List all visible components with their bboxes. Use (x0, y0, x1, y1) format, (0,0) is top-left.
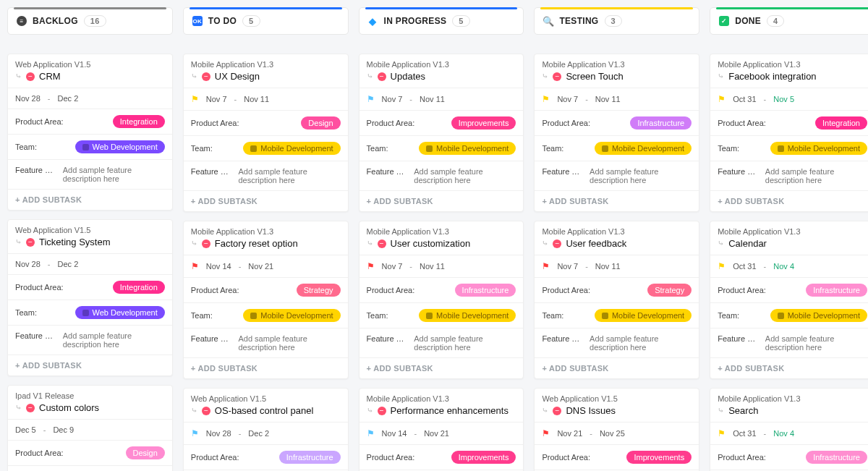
team-pill[interactable]: Mobile Development (595, 142, 692, 155)
team-pill[interactable]: Web Development (75, 140, 165, 153)
pill-text: Integration (822, 119, 860, 127)
branch-icon: ⤷ (718, 72, 724, 81)
card[interactable]: Mobile Application V1.3⤷−Factory reset o… (183, 221, 349, 379)
team-pill[interactable]: Mobile Development (243, 309, 340, 322)
team-pill[interactable]: Mobile Development (770, 142, 867, 155)
card[interactable]: Mobile Application V1.3⤷−Performance enh… (359, 388, 524, 471)
product-area-label: Product Area: (542, 453, 590, 462)
feature-value: Add sample feature description here (238, 167, 340, 184)
column-header[interactable]: ≡BACKLOG16 (7, 7, 173, 35)
start-date: Nov 7 (557, 95, 578, 103)
add-subtask-button[interactable]: + ADD SUBTASK (191, 364, 341, 373)
product-area-pill[interactable]: Improvements (451, 116, 516, 130)
feature-value: Add sample feature description here (414, 334, 516, 352)
card[interactable]: Mobile Application V1.3⤷Facebook integra… (710, 54, 868, 212)
product-area-pill[interactable]: Strategy (647, 284, 692, 297)
product-area-label: Product Area: (718, 453, 766, 462)
product-area-pill[interactable]: Improvements (626, 451, 692, 464)
product-area-pill[interactable]: Infrastructure (279, 451, 341, 464)
card[interactable]: Mobile Application V1.3⤷−Screen Touch⚑No… (534, 54, 699, 212)
card[interactable]: Web Application V1.5⤷−DNS Issues⚑Nov 21-… (534, 388, 699, 471)
date-separator: - (239, 262, 242, 271)
product-area-pill[interactable]: Infrastructure (806, 284, 867, 297)
add-subtask-button[interactable]: + ADD SUBTASK (15, 361, 165, 370)
product-area-pill[interactable]: Design (126, 446, 165, 459)
start-date: Nov 14 (206, 262, 231, 271)
add-subtask-button[interactable]: + ADD SUBTASK (367, 364, 516, 373)
team-dot-icon (82, 310, 89, 316)
add-subtask-button[interactable]: + ADD SUBTASK (718, 364, 867, 373)
card-title: UX Design (215, 71, 260, 82)
card[interactable]: Web Application V1.5⤷−OS-based control p… (183, 388, 349, 471)
flag-icon: ⚑ (718, 261, 726, 271)
column-title: TO DO (208, 16, 237, 26)
card[interactable]: Ipad V1 Release⤷−Custom colorsDec 5-Dec … (7, 385, 173, 471)
date-separator: - (590, 429, 592, 438)
product-area-pill[interactable]: Design (301, 116, 340, 130)
team-dot-icon (778, 313, 784, 319)
epic-label: Web Application V1.5 (542, 394, 692, 403)
product-area-pill[interactable]: Improvements (451, 451, 516, 464)
column-header[interactable]: ◆IN PROGRESS5 (359, 7, 524, 35)
end-date: Nov 11 (595, 262, 621, 271)
team-pill[interactable]: Mobile Development (770, 309, 867, 322)
count-badge: 4 (767, 15, 784, 27)
priority-icon: − (378, 239, 386, 248)
team-dot-icon (426, 145, 433, 152)
card[interactable]: Web Application V1.5⤷−CRMNov 28-Dec 2Pro… (7, 54, 173, 211)
flag-icon: ⚑ (542, 428, 550, 438)
team-dot-icon (602, 313, 608, 319)
team-pill[interactable]: Mobile Development (419, 142, 516, 155)
pill-text: Integration (120, 283, 158, 292)
pill-text: Design (133, 449, 158, 457)
feature-value: Add sample feature description here (238, 334, 340, 352)
team-pill[interactable]: Web Development (75, 306, 165, 319)
progress-icon: ◆ (368, 16, 378, 26)
product-area-pill[interactable]: Infrastructure (806, 451, 867, 464)
feature-label: Feature Des... (191, 334, 231, 352)
pill-text: Mobile Development (436, 311, 509, 320)
pill-text: Improvements (634, 453, 684, 462)
product-area-pill[interactable]: Infrastructure (455, 284, 516, 297)
date-separator: - (48, 94, 51, 103)
card[interactable]: Mobile Application V1.3⤷−User customizat… (359, 221, 524, 379)
team-pill[interactable]: Mobile Development (243, 142, 340, 155)
add-subtask-button[interactable]: + ADD SUBTASK (15, 195, 165, 204)
team-pill[interactable]: Mobile Development (595, 309, 692, 322)
branch-icon: ⤷ (15, 403, 22, 412)
card-title: Calendar (728, 238, 767, 249)
start-date: Nov 28 (15, 260, 41, 268)
add-subtask-button[interactable]: + ADD SUBTASK (367, 197, 516, 205)
add-subtask-button[interactable]: + ADD SUBTASK (191, 197, 341, 205)
add-subtask-button[interactable]: + ADD SUBTASK (542, 197, 692, 205)
card[interactable]: Mobile Application V1.3⤷Search⚑Oct 31-No… (710, 388, 868, 471)
column-header[interactable]: OKTO DO5 (183, 7, 349, 35)
add-subtask-button[interactable]: + ADD SUBTASK (718, 197, 867, 205)
column-header[interactable]: 🔍TESTING3 (534, 7, 699, 35)
column-header[interactable]: ✓DONE4 (710, 7, 868, 35)
priority-icon: − (553, 72, 561, 81)
product-area-pill[interactable]: Integration (113, 115, 165, 128)
pill-text: Infrastructure (813, 286, 860, 294)
add-subtask-button[interactable]: + ADD SUBTASK (542, 364, 692, 373)
product-area-pill[interactable]: Integration (113, 281, 165, 294)
card[interactable]: Mobile Application V1.3⤷−Updates⚑Nov 7-N… (359, 54, 524, 212)
feature-label: Feature Des... (367, 334, 407, 352)
card[interactable]: Web Application V1.5⤷−Ticketing SystemNo… (7, 219, 173, 376)
date-separator: - (585, 95, 588, 103)
card[interactable]: Mobile Application V1.3⤷−User feedback⚑N… (534, 221, 699, 379)
epic-label: Web Application V1.5 (15, 226, 165, 234)
card[interactable]: Mobile Application V1.3⤷Calendar⚑Oct 31-… (710, 221, 868, 379)
column-accent (716, 7, 868, 9)
pill-text: Mobile Development (788, 311, 860, 320)
pill-text: Mobile Development (612, 311, 684, 320)
end-date: Nov 25 (600, 429, 625, 438)
product-area-pill[interactable]: Infrastructure (630, 116, 692, 130)
done-icon: ✓ (719, 16, 729, 26)
flag-icon: ⚑ (367, 428, 375, 438)
team-pill[interactable]: Mobile Development (419, 309, 516, 322)
product-area-label: Product Area: (367, 119, 415, 127)
product-area-pill[interactable]: Strategy (297, 284, 341, 297)
product-area-pill[interactable]: Integration (815, 116, 867, 130)
card[interactable]: Mobile Application V1.3⤷−UX Design⚑Nov 7… (183, 54, 349, 212)
